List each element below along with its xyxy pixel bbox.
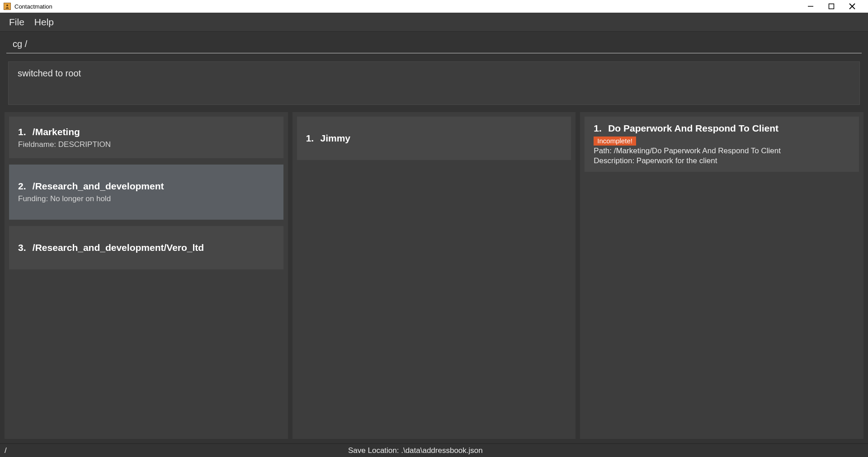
columns: 1. /Marketing Fieldname: DESCRIPTION 2. … [0,109,868,443]
list-number: 1. [594,123,605,134]
close-button[interactable] [848,2,856,10]
group-item[interactable]: 2. /Research_and_development Funding: No… [9,165,283,220]
task-name: Do Paperwork And Respond To Client [608,123,778,133]
group-name: /Research_and_development/Vero_ltd [33,242,204,253]
footer: / Save Location: .\data\addressbook.json [0,443,868,457]
status-message: switched to root [18,68,81,78]
person-item[interactable]: 1. Jimmy [297,117,571,160]
command-area [0,32,868,53]
group-subline: Funding: No longer on hold [18,194,274,203]
menu-help[interactable]: Help [34,17,54,28]
person-name: Jimmy [321,133,351,143]
tasks-column: 1. Do Paperwork And Respond To Client In… [580,112,863,439]
group-subline: Fieldname: DESCRIPTION [18,140,274,149]
list-number: 1. [18,127,30,137]
group-item[interactable]: 1. /Marketing Fieldname: DESCRIPTION [9,117,283,158]
task-item[interactable]: 1. Do Paperwork And Respond To Client In… [585,117,859,172]
titlebar: Contactmation [0,0,868,13]
list-number: 3. [18,242,30,253]
command-input[interactable] [6,36,862,53]
list-number: 2. [18,181,30,192]
group-title: 1. /Marketing [18,127,274,137]
svg-point-0 [6,5,8,6]
person-title: 1. Jimmy [306,133,562,144]
task-description: Description: Paperwork for the client [594,156,850,165]
svg-rect-2 [829,4,834,9]
group-item[interactable]: 3. /Research_and_development/Vero_ltd [9,226,283,269]
menubar: File Help [0,13,868,32]
menu-file[interactable]: File [9,17,24,28]
window-controls [807,2,864,10]
group-name: /Marketing [33,127,80,137]
groups-column: 1. /Marketing Fieldname: DESCRIPTION 2. … [5,112,288,439]
minimize-button[interactable] [807,2,815,10]
status-badge: Incomplete! [594,137,636,146]
window-title: Contactmation [14,3,52,10]
status-box: switched to root [8,61,860,105]
list-number: 1. [306,133,318,144]
group-name: /Research_and_development [33,181,164,191]
group-title: 3. /Research_and_development/Vero_ltd [18,242,274,253]
footer-save-location: Save Location: .\data\addressbook.json [344,446,483,455]
group-title: 2. /Research_and_development [18,181,274,192]
task-path: Path: /Marketing/Do Paperwork And Respon… [594,146,850,155]
maximize-button[interactable] [827,2,835,10]
app-icon [4,3,11,10]
footer-path: / [0,446,344,455]
people-column: 1. Jimmy [292,112,576,439]
task-title: 1. Do Paperwork And Respond To Client [594,123,850,134]
